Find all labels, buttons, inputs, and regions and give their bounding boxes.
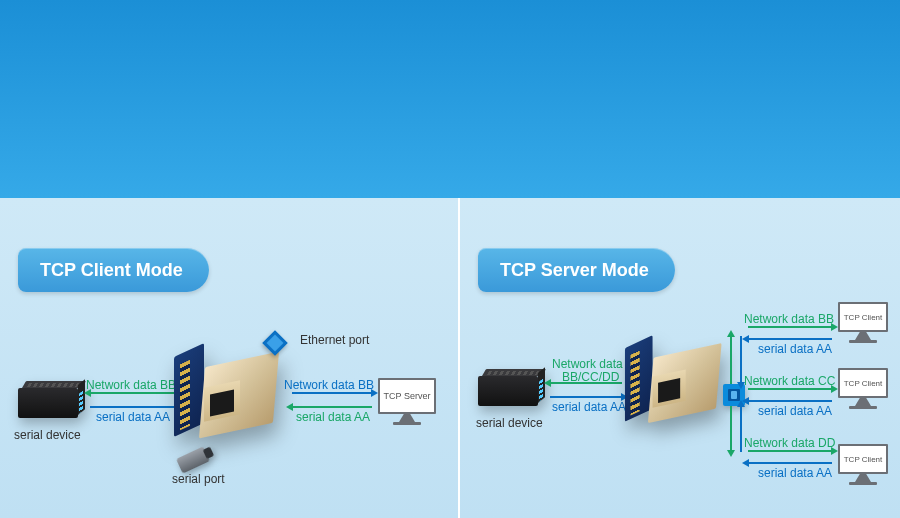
- net-c3-label: Network data DD: [744, 436, 835, 450]
- net-data-right-label: Network data BB: [284, 378, 374, 392]
- mode-tab-client: TCP Client Mode: [18, 248, 209, 292]
- tcp-server-monitor-icon: TCP Server: [378, 378, 436, 426]
- rj45-module-icon-r: [643, 351, 720, 417]
- vline-dn-blue: [740, 406, 742, 452]
- tcp-client-monitor-1: TCP Client: [838, 302, 888, 342]
- vhead-dn-green: [727, 450, 735, 457]
- net-c1-label: Network data BB: [744, 312, 834, 326]
- ser-c2-label: serial data AA: [758, 404, 832, 418]
- ser-data-right-label: serial data AA: [296, 410, 370, 424]
- vline-up-green: [730, 336, 732, 384]
- panel-divider: [458, 198, 460, 518]
- serial-device-icon-r: [478, 376, 538, 406]
- tcp-client-monitor-2: TCP Client: [838, 368, 888, 408]
- ethernet-port-label: Ethernet port: [300, 333, 369, 347]
- ser-c3-label: serial data AA: [758, 466, 832, 480]
- serial-device-label: serial device: [14, 428, 81, 442]
- net-data-left-label: Network data BB: [86, 378, 176, 392]
- ser-c1-label: serial data AA: [758, 342, 832, 356]
- serial-device-label-r: serial device: [476, 416, 543, 430]
- hero-band: [0, 0, 900, 198]
- vhead-up-green: [727, 330, 735, 337]
- mode-tab-server-label: TCP Server Mode: [500, 260, 649, 281]
- tcp-server-monitor-label: TCP Server: [384, 391, 431, 401]
- tcp-client-2-label: TCP Client: [844, 379, 883, 388]
- serial-device-icon: [18, 388, 78, 418]
- mode-tab-client-label: TCP Client Mode: [40, 260, 183, 281]
- tcp-client-1-label: TCP Client: [844, 313, 883, 322]
- serial-port-label: serial port: [172, 472, 225, 486]
- mode-tab-server: TCP Server Mode: [478, 248, 675, 292]
- ser-data-left-label: serial data AA: [96, 410, 170, 424]
- vline-dn-green: [730, 406, 732, 452]
- net-c2-label: Network data CC: [744, 374, 835, 388]
- net-multi-label-1: Network data: [552, 357, 623, 371]
- net-multi-label-2: BB/CC/DD: [562, 370, 619, 384]
- tcp-client-monitor-3: TCP Client: [838, 444, 888, 484]
- rj45-module-icon: [194, 360, 278, 432]
- vline-up-blue: [740, 336, 742, 384]
- tcp-client-3-label: TCP Client: [844, 455, 883, 464]
- ser-multi-label: serial data AA: [552, 400, 626, 414]
